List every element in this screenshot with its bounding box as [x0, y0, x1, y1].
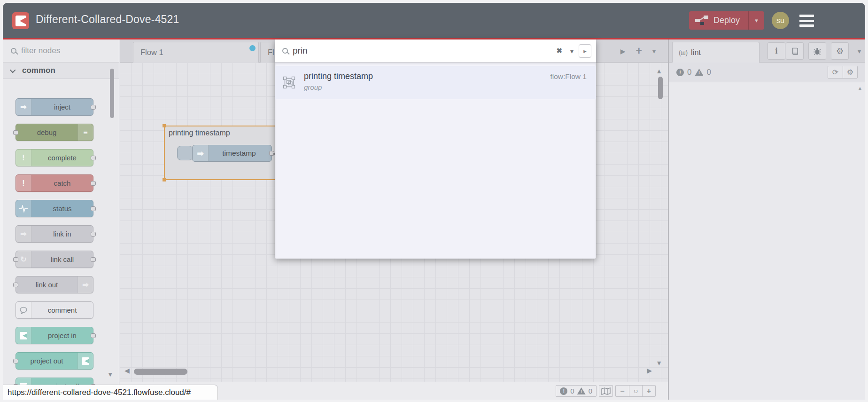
- search-icon: [11, 48, 16, 54]
- palette-node-status[interactable]: status: [16, 200, 93, 217]
- warning-icon: [577, 387, 586, 394]
- flow-modified-dot: [249, 45, 256, 51]
- canvas-vertical-scrollbar[interactable]: [658, 77, 663, 99]
- deploy-options-caret[interactable]: ▾: [748, 11, 764, 30]
- sidebar-tab-label: lint: [691, 48, 701, 57]
- palette-node-inject[interactable]: ➡ inject: [16, 98, 93, 116]
- inject-arrow-icon: ➡: [193, 145, 209, 161]
- flow-list-caret[interactable]: ▾: [652, 47, 656, 55]
- speech-bubble-icon: [16, 302, 31, 318]
- palette-node-project-out[interactable]: project out: [16, 352, 93, 370]
- palette-node-comment[interactable]: comment: [16, 301, 93, 319]
- exclamation-icon: !: [16, 150, 31, 166]
- link-arrow-icon: ➡: [16, 226, 31, 242]
- node-port[interactable]: [91, 105, 96, 110]
- palette-scroll-down-icon[interactable]: ▼: [107, 371, 113, 378]
- panel-scroll-up-icon[interactable]: ▲: [857, 85, 863, 92]
- group-resize-handle[interactable]: [163, 178, 166, 181]
- config-tab-button[interactable]: ⚙: [831, 42, 849, 60]
- add-flow-button[interactable]: +: [636, 45, 642, 57]
- node-red-editor: Different-Collared-Dove-4521 Deploy ▾ su: [3, 3, 865, 400]
- lint-panel: ▲: [669, 82, 865, 400]
- inject-trigger-button[interactable]: [177, 146, 193, 160]
- node-port[interactable]: [91, 206, 96, 211]
- book-icon: [791, 47, 799, 55]
- user-avatar[interactable]: su: [772, 12, 789, 29]
- node-port[interactable]: [13, 257, 18, 262]
- search-result-row[interactable]: printing timestamp group flow:Flow 1: [275, 66, 596, 99]
- sidebar-tabbar: (⊞) lint i ⚙ ▾: [669, 39, 865, 63]
- canvas-scroll-left-icon[interactable]: ◀: [124, 367, 130, 374]
- category-label: common: [22, 66, 55, 75]
- error-icon: [676, 69, 684, 76]
- chevron-down-icon: [10, 67, 16, 73]
- node-port[interactable]: [13, 130, 18, 135]
- inject-node-timestamp[interactable]: ➡ timestamp: [192, 145, 272, 162]
- search-dialog: ✖ ▾ ▸ printing timestamp: [275, 39, 596, 259]
- sidebar-tab-lint[interactable]: (⊞) lint: [672, 42, 760, 63]
- lint-toolbar: 0 0 ⟳ ⚙: [669, 63, 865, 82]
- canvas-issue-counts[interactable]: 0 0: [556, 385, 597, 397]
- refresh-button[interactable]: ⟳: [828, 66, 843, 78]
- deploy-button[interactable]: Deploy ▾: [689, 11, 764, 30]
- lint-settings-button[interactable]: ⚙: [843, 66, 857, 78]
- search-icon: [282, 48, 288, 54]
- flowfuse-project-icon: [78, 353, 93, 369]
- debug-tab-button[interactable]: [808, 42, 826, 60]
- palette-category-common[interactable]: common: [3, 63, 119, 79]
- deploy-label: Deploy: [713, 16, 748, 25]
- sidebar-tab-list-caret[interactable]: ▾: [858, 47, 861, 55]
- palette-node-project-in[interactable]: project in: [16, 327, 93, 344]
- node-port[interactable]: [91, 181, 96, 186]
- palette-node-complete[interactable]: ! complete: [16, 149, 93, 166]
- zoom-out-button[interactable]: −: [616, 386, 629, 396]
- palette-node-link-out[interactable]: ➡ link out: [16, 276, 93, 293]
- zoom-reset-button[interactable]: ○: [629, 386, 642, 396]
- bug-icon: [813, 47, 822, 55]
- palette-node-link-call[interactable]: ↻ link call: [16, 251, 93, 268]
- result-flow-label: flow:Flow 1: [550, 72, 587, 81]
- group-label: printing timestamp: [169, 129, 230, 137]
- link-arrow-icon: ➡: [78, 276, 93, 293]
- browser-status-url: https://different-collared-dove-4521.flo…: [3, 385, 218, 400]
- palette-node-list: ➡ inject ≡ debug ! complete ! catch: [3, 79, 119, 395]
- search-input-row: ✖ ▾ ▸: [275, 39, 596, 63]
- canvas-scroll-up-icon[interactable]: ▲: [656, 67, 662, 75]
- exclamation-icon: !: [16, 175, 31, 191]
- search-options-caret[interactable]: ▾: [570, 47, 574, 55]
- info-icon: i: [775, 46, 777, 56]
- canvas-scroll-right-icon[interactable]: ▶: [647, 367, 652, 374]
- palette-node-debug[interactable]: ≡ debug: [16, 124, 93, 141]
- debug-list-icon: ≡: [78, 124, 93, 141]
- node-port[interactable]: [91, 156, 96, 160]
- node-port[interactable]: [13, 283, 18, 287]
- main-menu-button[interactable]: [799, 15, 814, 27]
- palette-filter-input[interactable]: [21, 46, 101, 55]
- palette-scrollbar[interactable]: [110, 69, 114, 118]
- lint-warning-count: 0: [706, 68, 711, 77]
- minimap-button[interactable]: [599, 385, 613, 397]
- deploy-icon: [695, 14, 709, 28]
- node-port[interactable]: [91, 257, 96, 262]
- zoom-in-button[interactable]: +: [642, 386, 655, 396]
- node-port[interactable]: [91, 333, 96, 338]
- node-group-printing-timestamp[interactable]: printing timestamp ➡ timestamp: [164, 126, 282, 180]
- info-tab-button[interactable]: i: [767, 42, 785, 60]
- tabbar-controls: ▶ + ▾: [620, 39, 656, 63]
- canvas-scroll-down-icon[interactable]: ▼: [656, 359, 662, 367]
- group-resize-handle[interactable]: [163, 124, 166, 127]
- tab-flow-1[interactable]: Flow 1: [133, 42, 259, 63]
- palette-node-link-in[interactable]: ➡ link in: [16, 225, 93, 243]
- group-icon: [283, 76, 295, 91]
- canvas-horizontal-scrollbar[interactable]: [134, 369, 187, 375]
- clear-search-icon[interactable]: ✖: [556, 47, 562, 55]
- warning-icon: [695, 69, 703, 76]
- node-port[interactable]: [91, 232, 96, 236]
- search-input[interactable]: [293, 46, 537, 56]
- help-tab-button[interactable]: [786, 42, 804, 60]
- search-history-button[interactable]: ▸: [579, 44, 591, 58]
- palette-node-catch[interactable]: ! catch: [16, 174, 93, 192]
- right-sidebar: (⊞) lint i ⚙ ▾ 0 0 ⟳ ⚙ ▲: [668, 39, 865, 400]
- node-port[interactable]: [13, 359, 18, 363]
- tab-scroll-right-icon[interactable]: ▶: [620, 47, 626, 55]
